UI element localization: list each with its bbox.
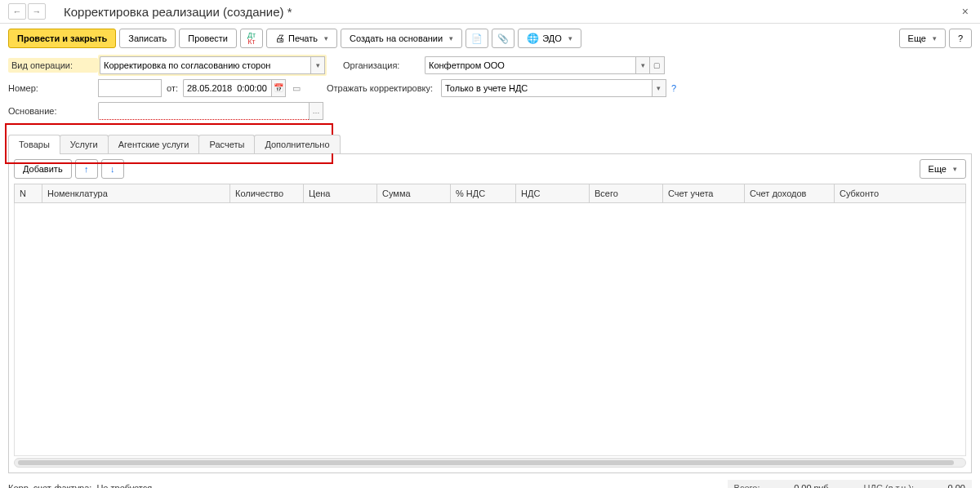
save-button[interactable]: Записать [119,29,176,48]
total-value: 0,00 [763,483,812,488]
post-and-close-button[interactable]: Провести и закрыть [8,29,116,48]
col-n[interactable]: N [15,184,42,203]
reflect-dropdown-button[interactable]: ▾ [652,79,666,97]
tab-agent-services[interactable]: Агентские услуги [108,135,200,153]
edo-button[interactable]: ЭДО [518,29,581,48]
totals-panel: Всего: 0,00 руб. НДС (в т.ч.): 0,00 [728,480,972,488]
horizontal-scrollbar[interactable] [14,458,966,468]
vat-value: 0,00 [916,483,965,488]
op-type-label: Вид операции: [8,58,98,73]
page-title: Корректировка реализации (создание) * [64,5,292,19]
reflect-label: Отражать корректировку: [327,83,441,93]
vat-label: НДС (в т.ч.): [864,483,914,488]
close-icon[interactable]: × [959,5,972,18]
basis-input[interactable] [98,102,309,120]
number-label: Номер: [8,83,98,93]
print-icon [275,33,285,44]
title-bar: ← → Корректировка реализации (создание) … [0,0,980,24]
table-more-button[interactable]: Еще [920,159,966,179]
print-button[interactable]: Печать [266,29,337,48]
col-income-account[interactable]: Счет доходов [745,184,835,203]
col-subconto[interactable]: Субконто [835,184,966,203]
col-sum[interactable]: Сумма [377,184,451,203]
globe-icon [527,33,539,44]
invoice-label: Корр. счет-фактура: [8,483,91,488]
post-button[interactable]: Провести [179,29,237,48]
add-row-button[interactable]: Добавить [14,159,72,179]
tab-payments[interactable]: Расчеты [198,135,255,153]
tab-additional[interactable]: Дополнительно [254,135,340,153]
calendar-icon [274,84,283,92]
org-dropdown-button[interactable]: ▾ [635,56,650,74]
col-account[interactable]: Счет учета [663,184,745,203]
create-based-on-button[interactable]: Создать на основании [341,29,462,48]
nav-forward-button[interactable]: → [28,3,46,20]
tabs: Товары Услуги Агентские услуги Расчеты Д… [8,135,972,153]
attach-button[interactable] [492,29,514,48]
footer: Корр. счет-фактура: Не требуется Всего: … [0,473,980,488]
help-button[interactable]: ? [949,29,972,48]
col-qty[interactable]: Количество [230,184,304,203]
op-type-input[interactable] [100,56,310,74]
tab-goods[interactable]: Товары [8,135,60,153]
grid-body[interactable] [14,203,966,456]
date-picker-button[interactable] [271,79,286,97]
org-open-button[interactable]: ▢ [650,56,665,74]
dtkt-button[interactable]: ДтКт [240,29,263,48]
more-button[interactable]: Еще [899,29,946,48]
document-icon [471,33,483,44]
date-input[interactable] [183,79,271,97]
org-label: Организация: [343,60,425,70]
col-total[interactable]: Всего [590,184,663,203]
reflect-input[interactable] [441,79,652,97]
form-area: Вид операции: ▾ Организация: ▾ ▢ Номер: … [0,53,980,130]
main-toolbar: Провести и закрыть Записать Провести ДтК… [0,24,980,53]
move-up-button[interactable]: ↑ [75,159,98,179]
number-input[interactable] [98,79,162,97]
from-label: от: [167,83,178,93]
tab-body: Добавить ↑ ↓ Еще N Номенклатура Количест… [8,153,972,473]
basis-label: Основание: [8,106,98,116]
total-label: Всего: [734,483,760,488]
move-down-button[interactable]: ↓ [101,159,124,179]
org-input[interactable] [425,56,635,74]
basis-select-button[interactable]: … [309,102,323,120]
op-type-dropdown-button[interactable]: ▾ [310,56,325,74]
paperclip-icon [497,33,509,44]
invoice-value: Не требуется [96,483,152,488]
grid-header: N Номенклатура Количество Цена Сумма % Н… [14,184,966,203]
struct-button[interactable] [466,29,488,48]
reflect-help-icon[interactable]: ? [671,83,676,93]
col-vat[interactable]: НДС [516,184,590,203]
date-extra-icon[interactable]: ▭ [292,83,301,94]
tab-services[interactable]: Услуги [60,135,109,153]
nav-back-button[interactable]: ← [8,3,26,20]
col-vat-rate[interactable]: % НДС [451,184,516,203]
col-item[interactable]: Номенклатура [42,184,230,203]
col-price[interactable]: Цена [304,184,377,203]
currency-label: руб. [814,483,831,488]
